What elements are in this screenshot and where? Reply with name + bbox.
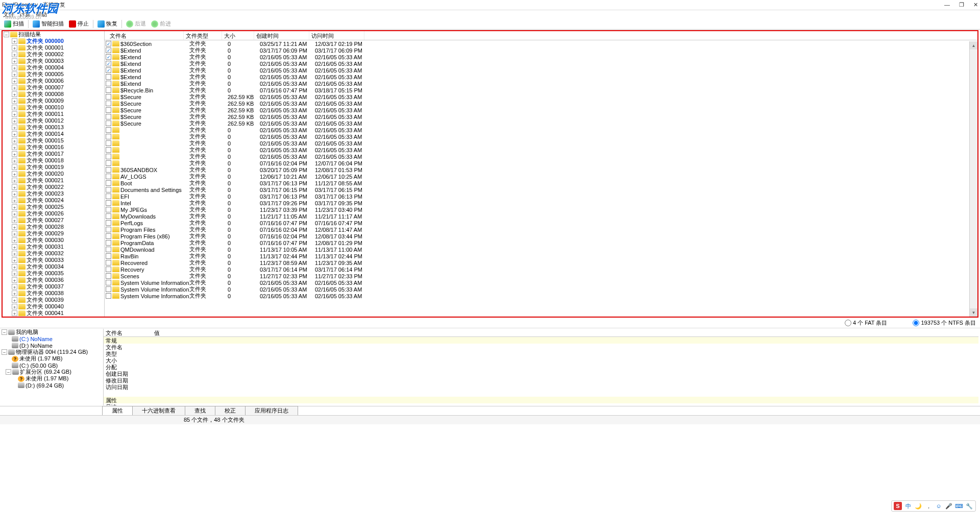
file-checkbox[interactable]: ✓: [106, 61, 111, 66]
file-checkbox[interactable]: [106, 154, 111, 159]
detail-col-value[interactable]: 值: [152, 329, 162, 336]
expand-icon[interactable]: +: [12, 111, 17, 117]
expand-icon[interactable]: +: [12, 184, 17, 190]
disk-root[interactable]: −我的电脑: [2, 329, 103, 335]
file-checkbox[interactable]: [106, 240, 111, 246]
expand-icon[interactable]: +: [12, 158, 17, 163]
expand-icon[interactable]: +: [12, 58, 17, 64]
expand-icon[interactable]: +: [12, 257, 17, 263]
file-checkbox[interactable]: ✓: [106, 47, 111, 53]
file-checkbox[interactable]: [106, 87, 111, 93]
file-checkbox[interactable]: [106, 233, 111, 239]
expand-icon[interactable]: +: [12, 291, 17, 296]
menu-file[interactable]: 文件: [3, 11, 14, 18]
file-row[interactable]: Program Files 文件夹 0 07/16/16 02:04 PM 12…: [105, 226, 977, 233]
file-checkbox[interactable]: [106, 213, 111, 219]
file-checkbox[interactable]: [106, 293, 111, 299]
file-checkbox[interactable]: ✓: [106, 67, 111, 73]
file-row[interactable]: My JPEGs 文件夹 0 11/23/17 03:39 PM 11/23/1…: [105, 206, 977, 213]
file-row[interactable]: Scenes 文件夹 0 11/27/17 02:33 PM 11/27/17 …: [105, 273, 977, 279]
minimize-button[interactable]: —: [944, 2, 950, 8]
expand-icon[interactable]: +: [12, 224, 17, 230]
file-row[interactable]: PerfLogs 文件夹 0 07/16/16 07:47 PM 07/16/1…: [105, 220, 977, 226]
recover-button[interactable]: 恢复: [95, 19, 119, 28]
disk-tree-pane[interactable]: −我的电脑 (C:) NoName (D:) NoName −物理驱动器 00H…: [2, 329, 104, 405]
file-checkbox[interactable]: [106, 167, 111, 173]
tab-1[interactable]: 十六进制查看: [132, 406, 185, 415]
file-checkbox[interactable]: [106, 280, 111, 285]
col-filetype[interactable]: 文件类型: [184, 31, 222, 40]
expand-icon[interactable]: +: [12, 105, 17, 110]
file-row[interactable]: 文件夹 0 02/16/05 05:33 AM 02/16/05 05:33 A…: [105, 147, 977, 153]
file-row[interactable]: RavBin 文件夹 0 11/13/17 02:44 PM 11/13/17 …: [105, 253, 977, 259]
file-row[interactable]: $Extend 文件夹 0 02/16/05 05:33 AM 02/16/05…: [105, 80, 977, 87]
file-checkbox[interactable]: [106, 94, 111, 100]
file-row[interactable]: MyDownloads 文件夹 0 11/21/17 11:05 AM 11/2…: [105, 213, 977, 220]
stop-button[interactable]: 停止: [67, 19, 91, 28]
file-row[interactable]: $Recycle.Bin 文件夹 0 07/16/16 07:47 PM 03/…: [105, 87, 977, 93]
ime-smile-icon[interactable]: ☺: [935, 502, 943, 510]
file-checkbox[interactable]: [106, 114, 111, 119]
expand-icon[interactable]: +: [12, 304, 17, 309]
ime-keyboard-icon[interactable]: ⌨: [955, 502, 963, 510]
expand-icon[interactable]: +: [12, 144, 17, 150]
expand-icon[interactable]: +: [12, 164, 17, 170]
file-row[interactable]: ✓ $Extend 文件夹 0 02/16/05 05:33 AM 02/16/…: [105, 67, 977, 74]
file-row[interactable]: System Volume Information 文件夹 0 02/16/05…: [105, 286, 977, 293]
tree-item[interactable]: +文件夹 000041: [3, 310, 104, 317]
file-checkbox[interactable]: [106, 286, 111, 292]
expand-icon[interactable]: +: [12, 65, 17, 70]
file-row[interactable]: Program Files (x86) 文件夹 0 07/16/16 02:04…: [105, 233, 977, 239]
ime-moon-icon[interactable]: 🌙: [914, 502, 922, 510]
expand-icon[interactable]: +: [12, 45, 17, 51]
file-checkbox[interactable]: [106, 200, 111, 206]
expand-icon[interactable]: +: [12, 191, 17, 197]
file-checkbox[interactable]: [106, 81, 111, 86]
file-row[interactable]: Recovered 文件夹 0 11/23/17 08:59 AM 11/23/…: [105, 259, 977, 266]
file-checkbox[interactable]: ✓: [106, 54, 111, 60]
file-checkbox[interactable]: [106, 174, 111, 179]
expand-icon[interactable]: +: [12, 71, 17, 77]
tab-3[interactable]: 校正: [215, 406, 246, 415]
file-checkbox[interactable]: [106, 253, 111, 259]
file-checkbox[interactable]: [106, 140, 111, 146]
file-row[interactable]: ✓ $Extend 文件夹 0 03/17/17 06:09 PM 03/17/…: [105, 47, 977, 54]
smart-scan-button[interactable]: 智能扫描: [31, 19, 66, 28]
expand-icon[interactable]: +: [12, 211, 17, 216]
file-row[interactable]: $Secure 文件夹 262.59 KB 02/16/05 05:33 AM …: [105, 93, 977, 100]
file-row[interactable]: System Volume Information 文件夹 0 02/16/05…: [105, 293, 977, 299]
file-row[interactable]: 文件夹 0 02/16/05 05:33 AM 02/16/05 05:33 A…: [105, 140, 977, 147]
scan-button[interactable]: 扫描: [2, 19, 26, 28]
expand-icon[interactable]: +: [12, 244, 17, 250]
file-row[interactable]: ✓ $Extend 文件夹 0 02/16/05 05:33 AM 02/16/…: [105, 54, 977, 60]
expand-icon[interactable]: +: [12, 151, 17, 157]
expand-icon[interactable]: +: [12, 118, 17, 124]
file-row[interactable]: QMDownload 文件夹 0 11/13/17 10:05 AM 11/13…: [105, 246, 977, 253]
file-checkbox[interactable]: [106, 147, 111, 153]
disk-unused2[interactable]: ?未使用 (1.97 MB): [2, 375, 103, 382]
expand-icon[interactable]: +: [12, 131, 17, 137]
file-checkbox[interactable]: [106, 134, 111, 139]
file-checkbox[interactable]: [106, 120, 111, 126]
file-scrollbar[interactable]: ▲ ▼: [969, 41, 977, 317]
expand-icon[interactable]: +: [12, 204, 17, 210]
col-accessed[interactable]: 访问时间: [309, 31, 364, 40]
file-checkbox[interactable]: [106, 107, 111, 113]
file-row[interactable]: ProgramData 文件夹 0 07/16/16 07:47 PM 12/0…: [105, 239, 977, 246]
file-checkbox[interactable]: [106, 194, 111, 199]
expand-icon[interactable]: +: [12, 237, 17, 243]
menu-help[interactable]: 帮助: [36, 11, 47, 18]
ime-sogou-icon[interactable]: S: [894, 502, 902, 510]
file-checkbox[interactable]: [106, 207, 111, 212]
file-row[interactable]: AV_LOGS 文件夹 0 12/06/17 10:21 AM 12/06/17…: [105, 173, 977, 180]
ime-lang-icon[interactable]: 中: [904, 502, 912, 510]
radio-fat[interactable]: 4 个 FAT 条目: [845, 319, 887, 327]
ime-comma-icon[interactable]: ，: [924, 502, 933, 510]
file-row[interactable]: $Secure 文件夹 262.59 KB 02/16/05 05:33 AM …: [105, 107, 977, 113]
file-checkbox[interactable]: [106, 247, 111, 252]
expand-icon[interactable]: +: [12, 85, 17, 90]
tab-2[interactable]: 查找: [185, 406, 215, 415]
radio-ntfs[interactable]: 193753 个 NTFS 条目: [913, 319, 976, 327]
expand-icon[interactable]: +: [12, 38, 17, 44]
file-row[interactable]: EFI 文件夹 0 03/17/17 06:13 PM 03/17/17 06:…: [105, 193, 977, 200]
